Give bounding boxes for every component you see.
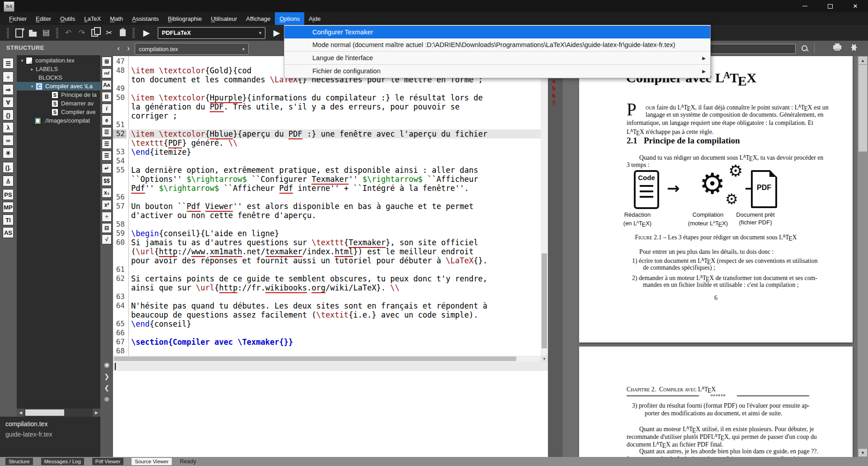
status-tab-pdf-viewer[interactable]: Pdf Viewer (92, 458, 123, 465)
minimize-button[interactable] (792, 0, 817, 12)
toolbar-grip[interactable] (56, 28, 58, 38)
tree-item-compiler-ave[interactable]: SCompiler ave (17, 108, 100, 116)
print-icon[interactable] (833, 45, 841, 49)
run-compile-button[interactable]: ▶ (140, 27, 153, 39)
options-menu-item-3[interactable]: Langue de l'interface▶ (284, 52, 710, 64)
scrollbar-thumb[interactable] (114, 357, 516, 361)
document-tab-selector[interactable]: compilation.tex ▾ (135, 43, 249, 55)
enumerate-icon[interactable]: ☰ (102, 139, 112, 149)
tree-item--images-compilat[interactable]: ./Images/compilat (17, 116, 100, 125)
scrollbar-thumb[interactable] (542, 253, 547, 348)
emph-icon[interactable]: e (102, 115, 112, 125)
options-menu-item-2[interactable]: Mode normal (document maître actuel :D:\… (284, 38, 710, 51)
status-tab-structure[interactable]: Structure (5, 458, 33, 465)
cut-icon[interactable]: ✂ (102, 27, 116, 39)
copy-icon[interactable] (89, 27, 102, 39)
metapost-tab-icon[interactable]: MP (3, 202, 14, 213)
tree-item-compiler-avec-la[interactable]: ▾CCompiler avec \La (17, 82, 100, 90)
pdf-page-number-link[interactable]: 7 (548, 100, 560, 106)
prev-diff-icon[interactable]: ❮ (100, 383, 113, 392)
options-menu-item-1[interactable]: Configurer Texmaker (284, 26, 710, 38)
run-view-button[interactable]: ▶ (270, 27, 283, 39)
dfrac-icon[interactable]: ⊟ (102, 223, 112, 233)
editor-horizontal-scrollbar[interactable] (113, 356, 541, 362)
scroll-up-icon[interactable]: ▲ (859, 57, 867, 64)
tikz-tab-icon[interactable]: TI (3, 214, 14, 225)
fontsize-icon[interactable]: Aᴀ (102, 80, 112, 90)
menu-assistants[interactable]: Assistants (127, 12, 163, 25)
pdf-preview-area[interactable]: Compiler avec LATEXPour faire du LATEX, … (563, 56, 858, 457)
delimiters-tab-icon[interactable]: {} (3, 109, 14, 120)
scroll-down-icon[interactable]: ▼ (541, 356, 548, 362)
superscript-icon[interactable]: x² (102, 200, 112, 210)
scroll-right-icon[interactable]: ▶ (93, 409, 100, 417)
stop-icon[interactable]: ⊗ (100, 395, 113, 404)
arrows-tab-icon[interactable]: ⇒ (3, 84, 14, 95)
open-file-item[interactable]: compilation.tex (5, 420, 47, 428)
sqrt-icon[interactable]: √ (102, 234, 112, 244)
status-tab-messages-log[interactable]: Messages / Log (41, 458, 84, 465)
menu-utilisateur[interactable]: Utilisateur (206, 12, 241, 25)
pdf-page-number-link[interactable]: 5 (548, 85, 560, 92)
user-symbols-tab-icon[interactable]: ♙ (3, 176, 14, 186)
log-panel-input-row[interactable] (113, 362, 548, 371)
menu-outils[interactable]: Outils (56, 12, 80, 25)
eye-icon[interactable]: ◉ (100, 360, 113, 369)
frac-icon[interactable]: ÷ (102, 212, 112, 222)
menu-latex[interactable]: LaTeX (80, 12, 105, 25)
status-tab-source-viewer[interactable]: Source Viewer (132, 458, 172, 465)
bold-icon[interactable]: B (102, 92, 112, 102)
misc-math-tab-icon[interactable]: ∀ (3, 97, 14, 108)
greek-tab-icon[interactable]: λ (3, 122, 14, 133)
options-menu-item-4[interactable]: Fichier de configuration▶ (284, 65, 710, 77)
document-structure-tree[interactable]: ▾compilation.tex▸LABELSBLOCKS▾CCompiler … (17, 55, 100, 409)
scrollbar-thumb[interactable] (25, 409, 64, 416)
scroll-down-icon[interactable]: ▼ (859, 449, 867, 456)
menu-bibliographie[interactable]: Bibliographie (163, 12, 206, 25)
open-file-icon[interactable] (26, 27, 39, 39)
relations-tab-icon[interactable]: ÷ (3, 71, 14, 82)
open-file-item[interactable]: guide-latex-fr.tex (5, 431, 52, 438)
description-icon[interactable]: ☰ (102, 151, 112, 161)
toolbar-grip[interactable] (7, 28, 9, 38)
subscript-icon[interactable]: x₂ (102, 188, 112, 198)
editor-pdf-splitter[interactable]: 4567 (548, 41, 563, 457)
misc-symbols-tab-icon[interactable]: ∞ (3, 135, 14, 146)
tree-horizontal-scrollbar[interactable]: ◀ ▶ (17, 409, 100, 417)
chevron-right-icon[interactable]: ▸ (30, 67, 34, 71)
menu-fichier[interactable]: Fichier (5, 12, 31, 25)
new-document-icon[interactable] (12, 27, 26, 39)
pstricks-tab-icon[interactable]: PS (3, 189, 14, 200)
compile-command-select[interactable]: PDFLaTeX ▾ (158, 27, 265, 39)
messages-log-panel[interactable] (113, 371, 548, 457)
menu-affichage[interactable]: Affichage (241, 12, 275, 25)
close-button[interactable]: ✕ (843, 0, 868, 12)
search-icon[interactable] (802, 45, 807, 51)
editor-vertical-scrollbar[interactable]: ▲ ▼ (541, 56, 548, 362)
scroll-left-icon[interactable]: ◀ (17, 409, 24, 417)
pdf-vertical-scrollbar[interactable]: ▲ ▼ (858, 56, 868, 457)
asymptote-tab-icon[interactable]: AS (3, 227, 14, 238)
misc-text-tab-icon[interactable]: ✳ (3, 147, 14, 158)
pdf-page-number-link[interactable]: 6 (548, 92, 560, 99)
menu-options[interactable]: Options (275, 12, 304, 25)
tree-item-d-marrer-av[interactable]: SDémarrer av (17, 99, 100, 108)
chevron-down-icon[interactable]: ▾ (30, 84, 34, 89)
ref-icon[interactable]: ref (102, 68, 112, 78)
newline-icon[interactable]: ↵ (102, 163, 112, 173)
tree-item-compilation-tex[interactable]: ▾compilation.tex (17, 56, 100, 65)
italic-icon[interactable]: i (102, 104, 112, 114)
next-document-button[interactable]: › (124, 43, 133, 53)
save-icon[interactable] (39, 27, 53, 39)
chevron-down-icon[interactable]: ▾ (20, 58, 24, 63)
menu-math[interactable]: Math (105, 12, 127, 25)
menu-editer[interactable]: Editer (31, 12, 56, 25)
toolbar-grip[interactable] (132, 28, 135, 38)
next-diff-icon[interactable]: ❯ (100, 372, 113, 381)
code-text[interactable]: \item \textcolor{Gold}{codton document e… (131, 57, 541, 356)
scrollbar-thumb[interactable] (859, 65, 867, 152)
tree-item-labels[interactable]: ▸LABELS (17, 65, 100, 73)
pdf-page-number-link[interactable]: 4 (548, 78, 560, 85)
redo-icon[interactable]: ↷ (75, 27, 89, 39)
maximize-button[interactable] (817, 0, 843, 12)
